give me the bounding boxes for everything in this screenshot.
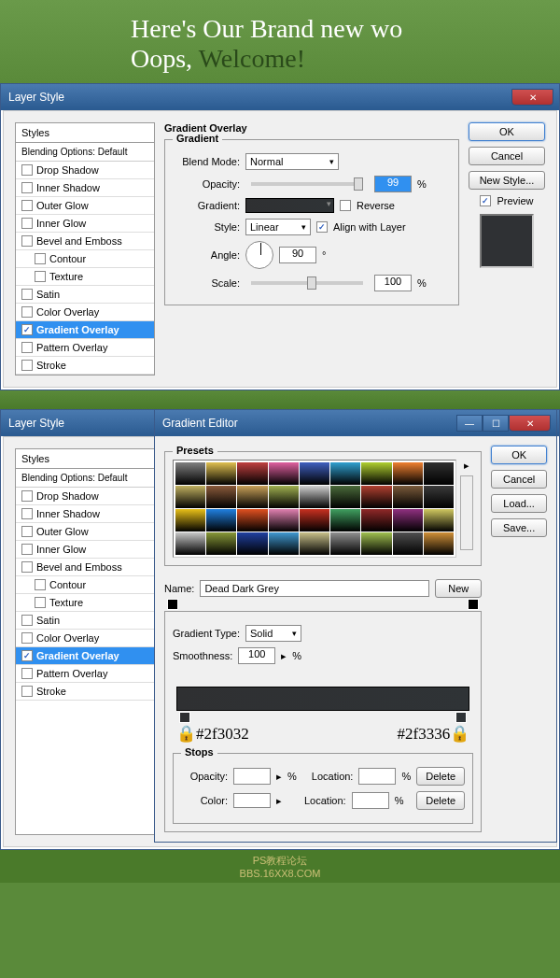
close-button[interactable]: ✕ [511, 89, 553, 106]
preset-swatch[interactable] [330, 486, 360, 508]
style-gradient-overlay[interactable]: Gradient Overlay [16, 321, 154, 339]
checkbox[interactable] [21, 200, 33, 211]
dropdown-icon[interactable]: ▸ [281, 650, 287, 662]
align-checkbox[interactable] [316, 221, 328, 233]
preset-swatch[interactable] [206, 486, 236, 508]
new-button[interactable]: New [435, 579, 482, 598]
preset-swatch[interactable] [175, 509, 205, 532]
style-satin[interactable]: Satin [16, 286, 154, 304]
preset-swatch[interactable] [269, 509, 299, 532]
style-pattern-overlay[interactable]: Pattern Overlay [16, 339, 154, 357]
checkbox[interactable] [21, 164, 33, 176]
preset-swatch[interactable] [424, 532, 454, 555]
smoothness-input[interactable]: 100 [238, 647, 275, 664]
checkbox[interactable] [35, 253, 46, 264]
preset-swatch[interactable] [300, 509, 329, 532]
preset-swatch[interactable] [361, 462, 391, 485]
presets-grid[interactable] [173, 460, 456, 558]
style-outer-glow[interactable]: Outer Glow [16, 197, 154, 215]
preset-swatch[interactable] [424, 486, 454, 508]
preset-swatch[interactable] [269, 486, 299, 508]
blend-mode-dropdown[interactable]: Normal [245, 153, 339, 170]
ok-button[interactable]: OK [491, 446, 547, 464]
new-style-button[interactable]: New Style... [469, 171, 545, 190]
angle-input[interactable]: 90 [279, 247, 316, 263]
checkbox[interactable] [21, 342, 33, 353]
gradient-type-dropdown[interactable]: Solid [245, 625, 301, 642]
preset-swatch[interactable] [361, 509, 391, 532]
stop-opacity-input[interactable] [233, 768, 271, 785]
presets-menu-icon[interactable]: ▸ [460, 460, 473, 472]
titlebar[interactable]: Layer Style ✕ [1, 84, 559, 110]
preset-swatch[interactable] [330, 532, 360, 555]
minimize-button[interactable]: — [456, 415, 483, 432]
checkbox[interactable] [21, 289, 33, 300]
checkbox[interactable] [21, 306, 33, 318]
preset-swatch[interactable] [300, 486, 329, 508]
preset-swatch[interactable] [424, 462, 454, 485]
blending-options[interactable]: Blending Options: Default [16, 143, 154, 162]
delete-opacity-stop[interactable]: Delete [416, 767, 465, 786]
opacity-stop-right[interactable] [468, 599, 479, 610]
stop-color-location[interactable] [352, 792, 389, 809]
preset-swatch[interactable] [206, 462, 236, 485]
checkbox[interactable] [21, 182, 33, 193]
preset-swatch[interactable] [361, 486, 391, 508]
preset-swatch[interactable] [175, 532, 205, 555]
preset-swatch[interactable] [269, 462, 299, 485]
preset-swatch[interactable] [393, 462, 423, 485]
gradient-bar[interactable] [176, 687, 469, 711]
preset-swatch[interactable] [330, 462, 360, 485]
style-bevel-emboss[interactable]: Bevel and Emboss [16, 233, 154, 250]
stop-location-input[interactable] [358, 768, 396, 785]
preset-swatch[interactable] [237, 486, 267, 508]
preview-checkbox[interactable] [480, 195, 491, 206]
preset-swatch[interactable] [424, 509, 454, 532]
preset-swatch[interactable] [300, 532, 329, 555]
preset-swatch[interactable] [361, 532, 391, 555]
styles-header[interactable]: Styles [16, 123, 154, 143]
preset-swatch[interactable] [237, 532, 267, 555]
opacity-slider[interactable] [251, 182, 363, 186]
close-button[interactable]: ✕ [509, 415, 551, 432]
angle-dial[interactable] [245, 241, 273, 269]
opacity-stop-left[interactable] [167, 599, 178, 610]
scale-slider[interactable] [251, 281, 363, 285]
style-contour[interactable]: Contour [16, 250, 154, 268]
load-button[interactable]: Load... [491, 494, 547, 513]
style-inner-glow[interactable]: Inner Glow [16, 215, 154, 233]
checkbox[interactable] [21, 218, 33, 229]
gradient-picker[interactable] [245, 198, 334, 213]
preset-swatch[interactable] [393, 486, 423, 508]
save-button[interactable]: Save... [491, 518, 547, 537]
preset-swatch[interactable] [206, 532, 236, 555]
cancel-button[interactable]: Cancel [469, 147, 545, 165]
preset-swatch[interactable] [393, 509, 423, 532]
preset-swatch[interactable] [237, 509, 267, 532]
preset-swatch[interactable] [269, 532, 299, 555]
ok-button[interactable]: OK [469, 122, 545, 141]
checkbox[interactable] [35, 271, 46, 282]
style-inner-shadow[interactable]: Inner Shadow [16, 179, 154, 197]
preset-swatch[interactable] [175, 486, 205, 508]
stop-color-swatch[interactable] [233, 793, 271, 808]
style-stroke[interactable]: Stroke [16, 357, 154, 375]
reverse-checkbox[interactable] [340, 200, 351, 211]
preset-swatch[interactable] [300, 462, 329, 485]
scale-input[interactable]: 100 [374, 275, 412, 291]
scrollbar[interactable] [460, 475, 473, 550]
titlebar[interactable]: Gradient Editor — ☐ ✕ [155, 410, 556, 436]
checkbox[interactable] [21, 360, 33, 371]
delete-color-stop[interactable]: Delete [416, 791, 465, 810]
color-stop-right[interactable] [455, 712, 467, 723]
style-drop-shadow[interactable]: Drop Shadow [16, 162, 154, 179]
style-color-overlay[interactable]: Color Overlay [16, 304, 154, 321]
preset-swatch[interactable] [237, 462, 267, 485]
color-stop-left[interactable] [179, 712, 190, 723]
cancel-button[interactable]: Cancel [491, 470, 547, 489]
maximize-button[interactable]: ☐ [483, 415, 509, 432]
preset-swatch[interactable] [206, 509, 236, 532]
checkbox[interactable] [21, 235, 33, 247]
checkbox[interactable] [21, 324, 33, 335]
preset-swatch[interactable] [393, 532, 423, 555]
